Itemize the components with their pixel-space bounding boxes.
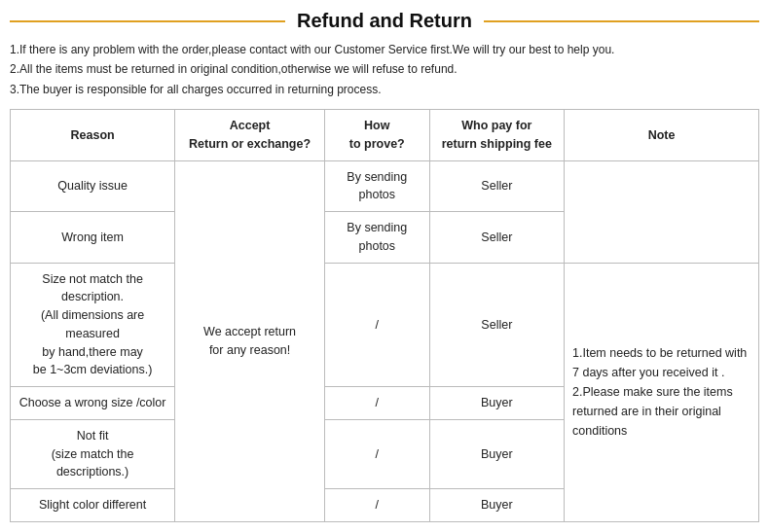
intro-text: 1.If there is any problem with the order… xyxy=(10,40,759,99)
cell-who-3: Seller xyxy=(429,263,564,387)
title-line-left xyxy=(10,20,285,22)
header-prove: Howto prove? xyxy=(324,110,429,161)
cell-prove-4: / xyxy=(324,387,429,420)
cell-prove-2: By sendingphotos xyxy=(324,212,429,264)
cell-who-2: Seller xyxy=(429,212,564,264)
cell-reason-1: Quality issue xyxy=(11,160,175,212)
cell-prove-6: / xyxy=(324,489,429,522)
cell-reason-3: Size not match the description.(All dime… xyxy=(11,263,175,387)
cell-reason-6: Slight color different xyxy=(11,489,175,522)
cell-who-6: Buyer xyxy=(429,489,564,522)
cell-who-1: Seller xyxy=(429,160,564,212)
cell-accept-all: We accept returnfor any reason! xyxy=(175,160,325,521)
header-accept: AcceptReturn or exchange? xyxy=(175,110,325,161)
cell-reason-5: Not fit(size match the descriptions.) xyxy=(11,419,175,488)
cell-who-4: Buyer xyxy=(429,387,564,420)
cell-reason-2: Wrong item xyxy=(11,212,175,264)
intro-line-2: 2.All the items must be returned in orig… xyxy=(10,59,759,79)
intro-line-1: 1.If there is any problem with the order… xyxy=(10,40,759,59)
page-title: Refund and Return xyxy=(297,10,472,32)
table-row: Quality issue We accept returnfor any re… xyxy=(11,160,759,212)
cell-note-main: 1.Item needs to be returned with 7 days … xyxy=(565,263,759,521)
cell-prove-1: By sendingphotos xyxy=(324,160,429,212)
refund-table: Reason AcceptReturn or exchange? Howto p… xyxy=(10,109,759,522)
title-line-right xyxy=(484,20,759,22)
cell-note-empty-1 xyxy=(565,160,759,263)
header-note: Note xyxy=(565,110,759,161)
intro-line-3: 3.The buyer is responsible for all charg… xyxy=(10,80,759,99)
table-header-row: Reason AcceptReturn or exchange? Howto p… xyxy=(11,110,759,161)
header-reason: Reason xyxy=(11,110,175,161)
header-who: Who pay forreturn shipping fee xyxy=(429,110,564,161)
cell-who-5: Buyer xyxy=(429,419,564,488)
cell-prove-3: / xyxy=(324,263,429,387)
table-row: Size not match the description.(All dime… xyxy=(11,263,759,387)
cell-prove-5: / xyxy=(324,419,429,488)
cell-reason-4: Choose a wrong size /color xyxy=(11,387,175,420)
